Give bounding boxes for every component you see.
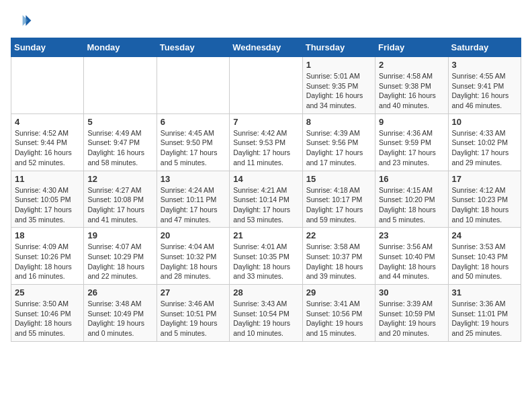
day-info: Sunrise: 4:15 AM Sunset: 10:20 PM Daylig… [379, 185, 444, 225]
day-info: Sunrise: 3:36 AM Sunset: 11:01 PM Daylig… [452, 299, 517, 338]
calendar-cell: 11Sunrise: 4:30 AM Sunset: 10:05 PM Dayl… [11, 171, 84, 228]
day-info: Sunrise: 3:56 AM Sunset: 10:40 PM Daylig… [379, 242, 444, 281]
calendar-cell: 17Sunrise: 4:12 AM Sunset: 10:23 PM Dayl… [448, 171, 521, 228]
calendar-week-row: 1Sunrise: 5:01 AM Sunset: 9:35 PM Daylig… [11, 57, 521, 114]
calendar-cell: 15Sunrise: 4:18 AM Sunset: 10:17 PM Dayl… [302, 171, 375, 228]
day-info: Sunrise: 3:41 AM Sunset: 10:56 PM Daylig… [306, 299, 371, 338]
calendar-table: SundayMondayTuesdayWednesdayThursdayFrid… [11, 38, 521, 342]
calendar-cell: 8Sunrise: 4:39 AM Sunset: 9:56 PM Daylig… [302, 113, 375, 171]
day-number: 20 [161, 230, 226, 240]
day-info: Sunrise: 4:58 AM Sunset: 9:38 PM Dayligh… [379, 71, 444, 111]
calendar-cell: 10Sunrise: 4:33 AM Sunset: 10:02 PM Dayl… [448, 113, 521, 171]
calendar-week-row: 25Sunrise: 3:50 AM Sunset: 10:46 PM Dayl… [11, 285, 521, 342]
day-number: 28 [233, 287, 298, 298]
day-number: 19 [87, 230, 152, 240]
day-info: Sunrise: 4:24 AM Sunset: 10:11 PM Daylig… [161, 185, 226, 225]
calendar-cell: 4Sunrise: 4:52 AM Sunset: 9:44 PM Daylig… [11, 113, 84, 171]
calendar-cell: 2Sunrise: 4:58 AM Sunset: 9:38 PM Daylig… [375, 57, 448, 114]
calendar-week-row: 18Sunrise: 4:09 AM Sunset: 10:26 PM Dayl… [11, 228, 521, 285]
day-number: 2 [379, 60, 444, 70]
calendar-cell: 19Sunrise: 4:07 AM Sunset: 10:29 PM Dayl… [84, 228, 157, 285]
weekday-header-cell: Monday [84, 38, 157, 57]
calendar-week-row: 11Sunrise: 4:30 AM Sunset: 10:05 PM Dayl… [11, 171, 521, 228]
day-info: Sunrise: 3:48 AM Sunset: 10:49 PM Daylig… [87, 299, 152, 338]
day-number: 14 [233, 174, 298, 184]
day-number: 30 [379, 287, 444, 298]
day-info: Sunrise: 3:50 AM Sunset: 10:46 PM Daylig… [15, 299, 80, 338]
day-info: Sunrise: 4:27 AM Sunset: 10:08 PM Daylig… [87, 185, 152, 225]
weekday-header-cell: Sunday [11, 38, 84, 57]
calendar-cell [157, 57, 229, 114]
calendar-cell: 7Sunrise: 4:42 AM Sunset: 9:53 PM Daylig… [230, 113, 302, 171]
day-number: 24 [452, 230, 517, 240]
day-number: 29 [306, 287, 371, 298]
day-info: Sunrise: 3:58 AM Sunset: 10:37 PM Daylig… [306, 242, 371, 281]
day-info: Sunrise: 4:09 AM Sunset: 10:26 PM Daylig… [15, 242, 80, 281]
calendar-cell: 16Sunrise: 4:15 AM Sunset: 10:20 PM Dayl… [375, 171, 448, 228]
day-number: 12 [87, 174, 152, 184]
calendar-week-row: 4Sunrise: 4:52 AM Sunset: 9:44 PM Daylig… [11, 113, 521, 171]
day-number: 21 [233, 230, 298, 240]
day-number: 25 [15, 287, 80, 298]
calendar-cell: 6Sunrise: 4:45 AM Sunset: 9:50 PM Daylig… [157, 113, 229, 171]
calendar-cell: 18Sunrise: 4:09 AM Sunset: 10:26 PM Dayl… [11, 228, 84, 285]
calendar-cell: 1Sunrise: 5:01 AM Sunset: 9:35 PM Daylig… [302, 57, 375, 114]
day-info: Sunrise: 4:07 AM Sunset: 10:29 PM Daylig… [87, 242, 152, 281]
day-info: Sunrise: 4:49 AM Sunset: 9:47 PM Dayligh… [87, 128, 152, 168]
calendar-cell: 30Sunrise: 3:39 AM Sunset: 10:59 PM Dayl… [375, 285, 448, 342]
day-number: 15 [306, 174, 371, 184]
day-info: Sunrise: 4:01 AM Sunset: 10:35 PM Daylig… [233, 242, 298, 281]
logo [11, 11, 35, 32]
day-info: Sunrise: 4:45 AM Sunset: 9:50 PM Dayligh… [161, 128, 226, 168]
calendar-cell [84, 57, 157, 114]
calendar-cell: 3Sunrise: 4:55 AM Sunset: 9:41 PM Daylig… [448, 57, 521, 114]
day-number: 11 [15, 174, 80, 184]
weekday-header-cell: Thursday [302, 38, 375, 57]
day-info: Sunrise: 4:33 AM Sunset: 10:02 PM Daylig… [452, 128, 517, 168]
day-info: Sunrise: 4:52 AM Sunset: 9:44 PM Dayligh… [15, 128, 80, 168]
calendar-cell: 12Sunrise: 4:27 AM Sunset: 10:08 PM Dayl… [84, 171, 157, 228]
day-info: Sunrise: 4:18 AM Sunset: 10:17 PM Daylig… [306, 185, 371, 225]
page-header [11, 11, 521, 32]
calendar-body: 1Sunrise: 5:01 AM Sunset: 9:35 PM Daylig… [11, 57, 521, 342]
day-number: 17 [452, 174, 517, 184]
calendar-cell: 9Sunrise: 4:36 AM Sunset: 9:59 PM Daylig… [375, 113, 448, 171]
day-info: Sunrise: 3:53 AM Sunset: 10:43 PM Daylig… [452, 242, 517, 281]
calendar-cell: 25Sunrise: 3:50 AM Sunset: 10:46 PM Dayl… [11, 285, 84, 342]
day-info: Sunrise: 4:04 AM Sunset: 10:32 PM Daylig… [161, 242, 226, 281]
day-info: Sunrise: 4:39 AM Sunset: 9:56 PM Dayligh… [306, 128, 371, 168]
day-number: 22 [306, 230, 371, 240]
calendar-cell: 29Sunrise: 3:41 AM Sunset: 10:56 PM Dayl… [302, 285, 375, 342]
day-info: Sunrise: 3:43 AM Sunset: 10:54 PM Daylig… [233, 299, 298, 338]
day-info: Sunrise: 3:39 AM Sunset: 10:59 PM Daylig… [379, 299, 444, 338]
day-info: Sunrise: 4:21 AM Sunset: 10:14 PM Daylig… [233, 185, 298, 225]
calendar-cell: 24Sunrise: 3:53 AM Sunset: 10:43 PM Dayl… [448, 228, 521, 285]
day-number: 16 [379, 174, 444, 184]
weekday-header-cell: Saturday [448, 38, 521, 57]
calendar-cell [230, 57, 302, 114]
calendar-cell: 5Sunrise: 4:49 AM Sunset: 9:47 PM Daylig… [84, 113, 157, 171]
day-number: 6 [161, 117, 226, 127]
day-number: 4 [15, 117, 80, 127]
day-number: 10 [452, 117, 517, 127]
day-number: 13 [161, 174, 226, 184]
calendar-cell: 28Sunrise: 3:43 AM Sunset: 10:54 PM Dayl… [230, 285, 302, 342]
calendar-cell: 23Sunrise: 3:56 AM Sunset: 10:40 PM Dayl… [375, 228, 448, 285]
calendar-cell [11, 57, 84, 114]
day-number: 18 [15, 230, 80, 240]
day-info: Sunrise: 5:01 AM Sunset: 9:35 PM Dayligh… [306, 71, 371, 111]
weekday-header-cell: Friday [375, 38, 448, 57]
day-number: 3 [452, 60, 517, 70]
day-number: 26 [87, 287, 152, 298]
day-number: 27 [161, 287, 226, 298]
day-number: 7 [233, 117, 298, 127]
day-info: Sunrise: 4:42 AM Sunset: 9:53 PM Dayligh… [233, 128, 298, 168]
day-info: Sunrise: 4:12 AM Sunset: 10:23 PM Daylig… [452, 185, 517, 225]
logo-icon [11, 11, 32, 32]
calendar-cell: 20Sunrise: 4:04 AM Sunset: 10:32 PM Dayl… [157, 228, 229, 285]
day-number: 23 [379, 230, 444, 240]
calendar-cell: 22Sunrise: 3:58 AM Sunset: 10:37 PM Dayl… [302, 228, 375, 285]
day-number: 9 [379, 117, 444, 127]
day-info: Sunrise: 4:30 AM Sunset: 10:05 PM Daylig… [15, 185, 80, 225]
day-number: 8 [306, 117, 371, 127]
